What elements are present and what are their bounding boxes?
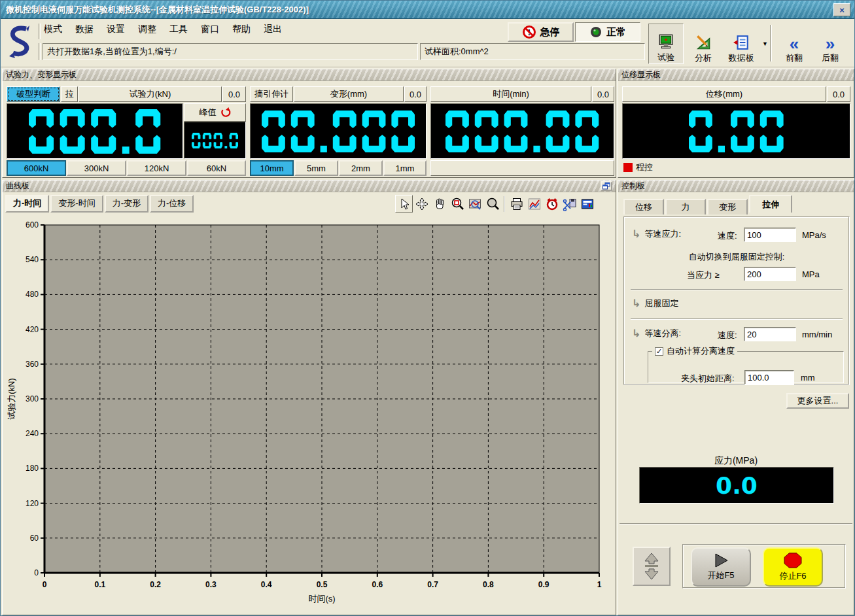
tab-force-time[interactable]: 力-时间 (5, 195, 49, 213)
control-panel-caption: 控制板 (618, 180, 854, 192)
svg-text:240: 240 (26, 429, 39, 438)
svg-text:0.8: 0.8 (483, 580, 494, 589)
divider (631, 318, 843, 320)
time-label: 时间(min) (430, 86, 591, 102)
auto-calc-checkbox[interactable]: ✓ (655, 347, 663, 356)
double-chevron-left-icon: « (790, 35, 799, 52)
force-deform-panel: 试验力、变形显示板 破型判断 拉 试验力(kN) 0.0 峰值 600kN 30… (2, 69, 616, 178)
menu-item-settings[interactable]: 设置 (107, 24, 125, 35)
range-2mm-button[interactable]: 2mm (339, 160, 383, 176)
svg-text:0.4: 0.4 (261, 580, 272, 589)
start-button[interactable]: 开始F5 (691, 547, 751, 587)
menubar: 模式 数据 设置 调整 工具 窗口 帮助 退出 (44, 24, 282, 35)
more-settings-button[interactable]: 更多设置... (786, 393, 849, 409)
toolbar-divider (770, 25, 772, 61)
tab-tension-control[interactable]: 拉伸 (749, 195, 792, 213)
zoom-tool-icon[interactable] (483, 195, 501, 213)
force-small-value: 0.0 (222, 86, 246, 102)
menu-item-exit[interactable]: 退出 (264, 24, 282, 35)
svg-text:300: 300 (26, 394, 39, 403)
displacement-display (622, 103, 850, 159)
grip-distance-input[interactable] (744, 370, 794, 385)
range-600kN-button[interactable]: 600kN (7, 160, 66, 176)
svg-text:1: 1 (597, 580, 602, 589)
move-crosshair-tool-icon[interactable] (413, 195, 430, 213)
svg-text:480: 480 (26, 290, 39, 299)
cut-save-tool-icon[interactable] (561, 195, 578, 213)
analysis-view-button[interactable]: 分析 (688, 24, 719, 64)
displacement-panel-caption: 位移显示板 (618, 69, 854, 81)
menu-item-tools[interactable]: 工具 (169, 24, 188, 35)
emergency-stop-button[interactable]: ! 急停 (508, 22, 574, 42)
stress-display: 0.0 (639, 467, 834, 504)
tab-force-control[interactable]: 力 (665, 199, 706, 214)
separation-speed-input[interactable] (744, 327, 796, 341)
page-forward-button[interactable]: » 后翻 (814, 24, 846, 64)
curve-panel: 曲线板 力-时间 变形-时间 力-变形 力-位移 (2, 180, 616, 615)
grip-distance-label: 夹头初始距离: (681, 373, 735, 385)
menu-item-help[interactable]: 帮助 (232, 24, 251, 35)
range-120kN-button[interactable]: 120kN (127, 160, 186, 176)
elbow-arrow-icon: ↳ (632, 228, 640, 240)
tab-force-displacement[interactable]: 力-位移 (150, 195, 194, 213)
data-board-button[interactable]: 数据板 (722, 24, 761, 64)
range-300kN-button[interactable]: 300kN (67, 160, 126, 176)
curve-panel-caption: 曲线板 (3, 180, 616, 192)
stress-speed-input[interactable] (744, 228, 796, 242)
menu-item-adjust[interactable]: 调整 (138, 24, 156, 35)
range-10mm-button[interactable]: 10mm (250, 160, 294, 176)
switch-stress-unit: MPa (802, 269, 820, 279)
menu-item-data[interactable]: 数据 (75, 24, 94, 35)
svg-text:540: 540 (26, 255, 39, 264)
menu-item-window[interactable]: 窗口 (201, 24, 219, 35)
peak-reset-icon[interactable] (220, 107, 231, 118)
tab-force-deform[interactable]: 力-变形 (105, 195, 148, 213)
page-back-button[interactable]: « 前翻 (778, 24, 811, 64)
stop-button[interactable]: 停止F6 (763, 547, 823, 587)
analysis-pencil-icon (695, 34, 712, 51)
range-1mm-button[interactable]: 1mm (383, 160, 427, 176)
compare-curves-tool-icon[interactable] (525, 195, 543, 213)
zoom-region-tool-icon[interactable] (466, 195, 483, 213)
tab-displacement-control[interactable]: 位移 (623, 199, 664, 214)
time-display (430, 103, 614, 159)
range-60kN-button[interactable]: 60kN (187, 160, 246, 176)
svg-text:试验力(kN): 试验力(kN) (7, 378, 16, 420)
jog-up-down-button[interactable] (633, 547, 671, 586)
print-tool-icon[interactable] (508, 195, 525, 213)
extensometer-button[interactable]: 摘引伸计 (250, 86, 293, 102)
tab-deform-time[interactable]: 变形-时间 (50, 195, 103, 213)
peak-button[interactable]: 峰值 (184, 103, 246, 122)
svg-text:0: 0 (43, 580, 47, 589)
switch-stress-input[interactable] (744, 267, 796, 281)
elbow-arrow-icon: ↳ (632, 327, 640, 339)
double-chevron-right-icon: » (826, 35, 835, 52)
svg-text:0.5: 0.5 (317, 580, 328, 589)
test-view-button[interactable]: 试验 (648, 24, 684, 64)
data-panel-tool-icon[interactable] (578, 195, 596, 213)
close-button[interactable]: × (833, 3, 850, 16)
pan-hand-tool-icon[interactable] (430, 195, 448, 213)
app-logo-icon (6, 24, 35, 63)
tab-deform-control[interactable]: 变形 (707, 199, 748, 214)
restore-window-icon[interactable] (601, 181, 612, 191)
break-judge-toggle[interactable]: 破型判断 (7, 86, 60, 102)
menu-item-mode[interactable]: 模式 (44, 24, 62, 35)
svg-text:时间(s): 时间(s) (308, 594, 335, 604)
force-deform-panel-caption: 试验力、变形显示板 (3, 69, 616, 81)
speed-label: 速度: (718, 230, 737, 242)
toolbar-divider (39, 24, 41, 39)
yield-hold-label: 屈服固定 (644, 298, 678, 309)
svg-text:420: 420 (26, 325, 39, 334)
cursor-tool-icon[interactable] (395, 195, 413, 213)
alarm-clock-tool-icon[interactable] (543, 195, 561, 213)
titlebar: 微机控制电液伺服万能试验机测控系统--[金属材料室温拉伸试验(GB/T228-2… (1, 1, 855, 19)
pull-direction-indicator[interactable]: 拉 (61, 86, 78, 102)
normal-status-button[interactable]: 正常 (575, 22, 640, 42)
zoom-box-tool-icon[interactable] (448, 195, 466, 213)
data-board-dropdown-arrow[interactable]: ▼ (762, 41, 768, 47)
range-5mm-button[interactable]: 5mm (294, 160, 338, 176)
force-time-chart[interactable]: 06012018024030036042048054060000.10.20.3… (5, 214, 614, 615)
svg-text:120: 120 (26, 499, 39, 508)
start-stop-group: 开始F5 停止F6 (682, 544, 846, 589)
